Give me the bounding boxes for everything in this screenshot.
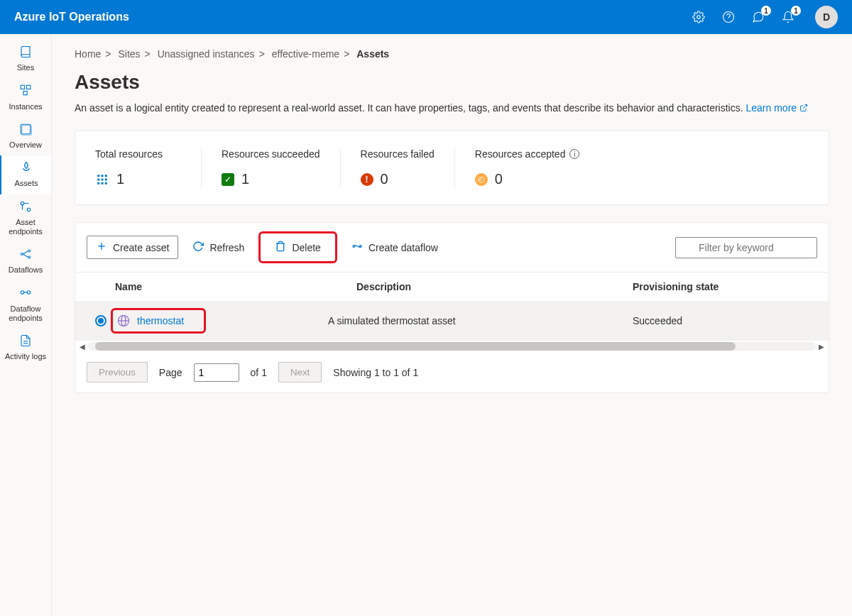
scroll-right-icon[interactable]: ▶ — [819, 343, 824, 351]
asset-link-thermostat[interactable]: thermostat — [117, 314, 184, 327]
page-title: Assets — [75, 71, 829, 94]
sidebar-item-dataflow-endpoints[interactable]: Dataflow endpoints — [0, 280, 51, 329]
row-state: Succeeded — [633, 315, 817, 326]
svg-point-8 — [21, 202, 24, 205]
help-icon[interactable] — [720, 9, 737, 26]
filter-input[interactable] — [675, 237, 817, 258]
sites-icon — [19, 45, 32, 60]
stat-failed: Resources failed ! 0 — [341, 148, 455, 187]
notification-badge: 1 — [791, 6, 801, 16]
delete-highlight: Delete — [258, 231, 337, 263]
svg-rect-19 — [102, 175, 104, 177]
sidebar-item-assets[interactable]: Assets — [0, 155, 51, 194]
svg-point-10 — [21, 253, 23, 255]
sidebar-item-instances[interactable]: Instances — [0, 78, 51, 116]
main-content: Home> Sites> Unassigned instances> effec… — [52, 34, 852, 616]
check-icon: ✓ — [222, 173, 234, 186]
svg-point-11 — [28, 250, 31, 252]
svg-rect-22 — [102, 178, 104, 180]
assets-table-card: Create asset Refresh Delete Create dataf… — [75, 222, 829, 393]
app-title: Azure IoT Operations — [14, 11, 690, 23]
svg-point-1 — [723, 12, 734, 23]
stat-total: Total resources 1 — [95, 148, 202, 187]
table-header: Name Description Provisioning state — [75, 273, 829, 301]
page-label: Page — [159, 367, 182, 378]
create-asset-button[interactable]: Create asset — [87, 236, 178, 259]
sidebar-item-asset-endpoints[interactable]: Asset endpoints — [0, 194, 51, 243]
info-icon[interactable]: i — [569, 149, 579, 159]
svg-rect-18 — [97, 175, 99, 177]
scroll-left-icon[interactable]: ◀ — [80, 343, 85, 351]
create-dataflow-button[interactable]: Create dataflow — [343, 236, 447, 258]
stat-accepted: Resources accepted i ◴ 0 — [455, 148, 600, 187]
sidebar-item-overview[interactable]: Overview — [0, 117, 51, 155]
svg-rect-26 — [105, 182, 107, 184]
refresh-button[interactable]: Refresh — [184, 236, 253, 258]
horizontal-scrollbar[interactable]: ◀ ▶ — [75, 341, 829, 352]
svg-rect-20 — [105, 175, 107, 177]
fail-icon: ! — [361, 173, 373, 186]
table-row[interactable]: thermostat A simulated thermostat asset … — [75, 301, 829, 341]
sidebar-label: Dataflows — [9, 265, 43, 275]
svg-rect-5 — [23, 92, 27, 95]
col-description[interactable]: Description — [356, 281, 633, 292]
sidebar-item-activity-logs[interactable]: Activity logs — [0, 329, 51, 367]
feedback-badge: 1 — [761, 6, 771, 16]
dataflow-icon — [351, 241, 363, 254]
breadcrumb-instance[interactable]: effective-meme — [272, 48, 339, 60]
breadcrumb-current: Assets — [356, 48, 389, 60]
header-actions: 1 1 D — [690, 6, 838, 28]
previous-button[interactable]: Previous — [87, 362, 148, 383]
row-description: A simulated thermostat asset — [328, 315, 633, 326]
sidebar-label: Overview — [9, 141, 42, 150]
pagination: Previous Page of 1 Next Showing 1 to 1 o… — [75, 352, 829, 392]
settings-icon[interactable] — [690, 9, 707, 26]
page-input[interactable] — [194, 363, 239, 382]
dataflow-endpoints-icon — [19, 286, 32, 301]
scroll-track[interactable] — [88, 342, 816, 351]
page-of: of 1 — [251, 367, 267, 378]
svg-point-13 — [21, 291, 24, 295]
svg-rect-24 — [97, 182, 99, 184]
clock-icon: ◴ — [475, 173, 488, 186]
sidebar-label: Dataflow endpoints — [3, 304, 48, 323]
sidebar-item-dataflows[interactable]: Dataflows — [0, 242, 51, 280]
learn-more-link[interactable]: Learn more — [746, 102, 809, 114]
delete-button[interactable]: Delete — [266, 236, 329, 258]
asset-endpoints-icon — [19, 200, 32, 215]
svg-point-14 — [27, 291, 31, 295]
showing-text: Showing 1 to 1 of 1 — [333, 367, 418, 378]
next-button[interactable]: Next — [278, 362, 322, 383]
notifications-icon[interactable]: 1 — [780, 9, 797, 26]
svg-line-17 — [803, 105, 807, 109]
col-name[interactable]: Name — [115, 281, 356, 292]
sidebar: Sites Instances Overview Assets Asset en… — [0, 34, 52, 616]
sidebar-label: Assets — [14, 179, 38, 188]
breadcrumb-sites[interactable]: Sites — [118, 48, 140, 60]
filter-wrap — [675, 237, 817, 258]
grid-icon — [95, 172, 109, 187]
refresh-icon — [192, 241, 204, 254]
user-avatar[interactable]: D — [815, 6, 838, 28]
svg-point-29 — [353, 246, 355, 248]
asset-globe-icon — [117, 314, 130, 327]
svg-rect-3 — [21, 86, 24, 89]
assets-icon — [20, 161, 33, 176]
sidebar-label: Asset endpoints — [3, 218, 48, 236]
col-state[interactable]: Provisioning state — [633, 281, 817, 292]
svg-rect-4 — [27, 86, 31, 89]
feedback-icon[interactable]: 1 — [750, 9, 767, 26]
activity-logs-icon — [19, 334, 32, 349]
breadcrumb-unassigned[interactable]: Unassigned instances — [158, 48, 255, 60]
thermostat-highlight: thermostat — [111, 308, 206, 334]
svg-rect-23 — [105, 178, 107, 180]
overview-icon — [19, 123, 32, 138]
toolbar: Create asset Refresh Delete Create dataf… — [75, 223, 829, 273]
breadcrumb-home[interactable]: Home — [75, 48, 101, 60]
sidebar-item-sites[interactable]: Sites — [0, 40, 51, 78]
app-header: Azure IoT Operations 1 1 D — [0, 0, 852, 34]
page-description: An asset is a logical entity created to … — [75, 102, 829, 114]
trash-icon — [275, 241, 286, 254]
dataflows-icon — [19, 248, 32, 263]
scroll-thumb[interactable] — [95, 342, 736, 351]
